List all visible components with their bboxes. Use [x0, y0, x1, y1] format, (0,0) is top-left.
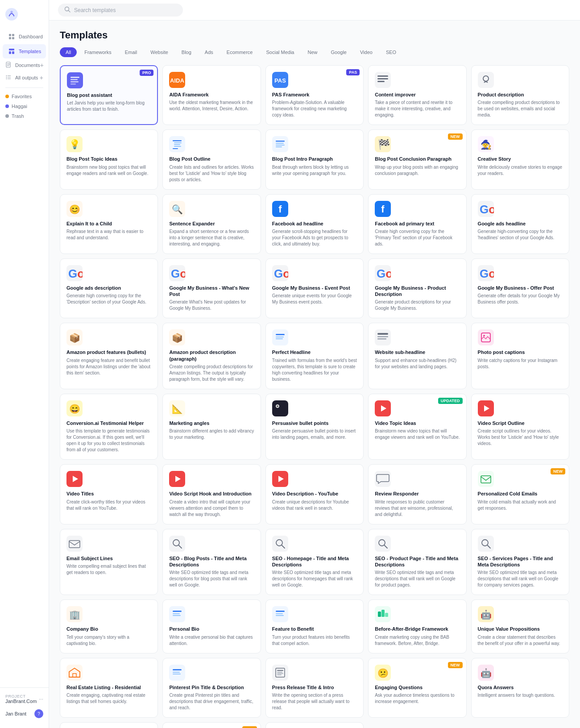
card-badge-29: UPDATED [438, 398, 463, 404]
template-card-3[interactable]: PAS PAS Framework Problem-Agitate-Soluti… [265, 65, 364, 125]
template-card-17[interactable]: Google Google My Business - What's New P… [162, 258, 261, 319]
template-card-43[interactable]: Feature to Benefit Turn your product fea… [265, 599, 364, 653]
sidebar-tag-haggai[interactable]: Haggai [0, 101, 49, 111]
sidebar-item-outputs[interactable]: All outputs [5, 74, 38, 81]
template-card-20[interactable]: Google Google My Business - Offer Post G… [471, 258, 569, 319]
template-card-2[interactable]: AIDA AIDA Framework Use the oldest marke… [162, 65, 261, 125]
template-card-13[interactable]: f Facebook ad headline Generate scroll-s… [265, 194, 364, 254]
template-card-23[interactable]: Perfect Headline Trained with formulas f… [265, 323, 364, 389]
svg-text:📐: 📐 [172, 404, 183, 414]
sidebar-tag-trash[interactable]: Trash [0, 111, 49, 121]
template-card-16[interactable]: Google Google ads description Generate h… [60, 258, 158, 319]
template-card-47[interactable]: Pinterest Pin Title & Description Create… [162, 658, 261, 718]
template-card-52[interactable]: 🔖 Business or Product Name Generate a wi… [162, 722, 261, 728]
template-card-6[interactable]: 💡 Blog Post Topic Ideas Brainstorm new b… [60, 129, 158, 189]
sidebar-tag-favorites[interactable]: Favorites [0, 92, 49, 101]
card-icon-2: AIDA [169, 72, 185, 88]
template-card-18[interactable]: Google Google My Business - Event Post G… [265, 258, 364, 319]
svg-point-13 [6, 75, 7, 76]
card-desc-23: Trained with formulas from the world's b… [272, 358, 357, 383]
add-output-button[interactable]: + [40, 75, 43, 81]
template-card-42[interactable]: Personal Bio Write a creative personal b… [162, 599, 261, 653]
svg-rect-3 [12, 34, 14, 36]
template-card-40[interactable]: SEO - Services Pages - Title and Meta De… [471, 529, 569, 595]
template-card-5[interactable]: Product description Create compelling pr… [471, 65, 569, 125]
template-card-14[interactable]: f Facebook ad primary text Create high c… [368, 194, 466, 254]
template-card-15[interactable]: Google Google ads headline Generate high… [471, 194, 569, 254]
template-card-4[interactable]: Content improver Take a piece of content… [368, 65, 466, 125]
filter-tab-all[interactable]: All [60, 47, 77, 57]
svg-rect-32 [377, 78, 388, 79]
template-card-31[interactable]: Video Titles Create click-worthy titles … [60, 464, 158, 524]
template-card-24[interactable]: Website sub-headline Support and enhance… [368, 323, 466, 389]
template-card-36[interactable]: Email Subject Lines Write compelling ema… [60, 529, 158, 595]
card-icon-3: PAS [272, 72, 288, 88]
template-card-50[interactable]: 🤖 Quora Answers Intelligent answers for … [471, 658, 569, 718]
help-label: ? [37, 711, 40, 716]
template-card-45[interactable]: 🤖 Unique Value Propositions Create a cle… [471, 599, 569, 653]
template-card-41[interactable]: 🏢 Company Bio Tell your company's story … [60, 599, 158, 653]
card-title-12: Sentence Expander [169, 220, 254, 227]
template-card-26[interactable]: 😄 Conversion.ai Testimonial Helper Use t… [60, 394, 158, 460]
filter-tab-website[interactable]: Website [145, 47, 174, 57]
card-icon-14: f [375, 201, 391, 217]
template-card-28[interactable]: Persuasive bullet points Generate persua… [265, 394, 364, 460]
template-card-25[interactable]: Photo post captions Write catchy caption… [471, 323, 569, 389]
template-grid: Blog post assistant Let Jarvis help you … [60, 65, 569, 728]
template-card-39[interactable]: SEO - Product Page - Title and Meta Desc… [368, 529, 466, 595]
sidebar-user-row: Jan Brant ? [0, 707, 49, 721]
template-card-27[interactable]: 📐 Marketing angles Brainstorm different … [162, 394, 261, 460]
template-card-21[interactable]: 📦 Amazon product features (bullets) Crea… [60, 323, 158, 389]
svg-rect-24 [70, 81, 79, 83]
template-card-19[interactable]: Google Google My Business - Product Desc… [368, 258, 466, 319]
card-icon-31 [66, 471, 83, 487]
filter-tab-video[interactable]: Video [354, 47, 378, 57]
template-card-1[interactable]: Blog post assistant Let Jarvis help you … [60, 65, 158, 125]
search-input[interactable] [74, 7, 177, 13]
filter-tab-ecommerce[interactable]: Ecommerce [221, 47, 259, 57]
template-card-35[interactable]: Personalized Cold Emails Write cold emai… [471, 464, 569, 524]
svg-text:Google: Google [480, 267, 494, 280]
sidebar-item-dashboard[interactable]: Dashboard [3, 29, 46, 44]
project-menu-icon[interactable]: ··· [39, 696, 43, 702]
template-card-9[interactable]: 🏁 Blog Post Conclusion Paragraph Wrap up… [368, 129, 466, 189]
template-card-32[interactable]: Video Script Hook and Introduction Creat… [162, 464, 261, 524]
filter-tab-new[interactable]: New [302, 47, 323, 57]
template-card-34[interactable]: Review Responder Write responses to publ… [368, 464, 466, 524]
filter-tab-google[interactable]: Google [325, 47, 352, 57]
card-desc-44: Create marketing copy using the BAB fram… [375, 634, 460, 647]
template-card-10[interactable]: 🧙 Creative Story Write deliciously creat… [471, 129, 569, 189]
template-card-51[interactable]: Text Summarizer Get the key points from … [60, 722, 158, 728]
template-card-53[interactable]: Poll Questions & Multiple Choice Answers… [265, 722, 364, 728]
template-card-37[interactable]: SEO - Blog Posts - Title and Meta Descri… [162, 529, 261, 595]
filter-tab-email[interactable]: Email [119, 47, 143, 57]
template-card-33[interactable]: Video Description - YouTube Create uniqu… [265, 464, 364, 524]
filter-tab-ads[interactable]: Ads [199, 47, 219, 57]
logo[interactable] [0, 4, 49, 29]
add-document-button[interactable]: + [40, 62, 44, 68]
filter-tab-blog[interactable]: Blog [176, 47, 197, 57]
filter-tab-social_media[interactable]: Social Media [261, 47, 300, 57]
template-card-7[interactable]: Blog Post Outline Create lists and outli… [162, 129, 261, 189]
template-card-44[interactable]: Before-After-Bridge Framework Create mar… [368, 599, 466, 653]
svg-rect-47 [276, 145, 285, 146]
template-card-49[interactable]: 😕 Engaging Questions Ask your audience t… [368, 658, 466, 718]
help-button[interactable]: ? [34, 709, 43, 718]
template-card-46[interactable]: Real Estate Listing - Residential Create… [60, 658, 158, 718]
sidebar-item-documents[interactable]: Documents [5, 62, 40, 69]
template-card-30[interactable]: Video Script Outline Create script outli… [471, 394, 569, 460]
filter-tab-frameworks[interactable]: Frameworks [79, 47, 117, 57]
svg-rect-148 [277, 674, 282, 675]
card-icon-6: 💡 [66, 136, 83, 152]
template-card-11[interactable]: 😊 Explain It to a Child Rephrase text in… [60, 194, 158, 254]
template-card-29[interactable]: Video Topic Ideas Brainstorm new video t… [368, 394, 466, 460]
template-card-38[interactable]: SEO - Homepage - Title and Meta Descript… [265, 529, 364, 595]
template-card-48[interactable]: Press Release Title & Intro Write the op… [265, 658, 364, 718]
template-card-22[interactable]: 📦 Amazon product description (paragraph)… [162, 323, 261, 389]
template-card-8[interactable]: Blog Post Intro Paragraph Beat through w… [265, 129, 364, 189]
template-card-12[interactable]: 🔍 Sentence Expander Expand a short sente… [162, 194, 261, 254]
filter-tab-seo[interactable]: SEO [380, 47, 402, 57]
sidebar-item-templates[interactable]: Templates [3, 44, 46, 58]
svg-rect-145 [277, 670, 283, 671]
svg-rect-48 [276, 146, 282, 147]
